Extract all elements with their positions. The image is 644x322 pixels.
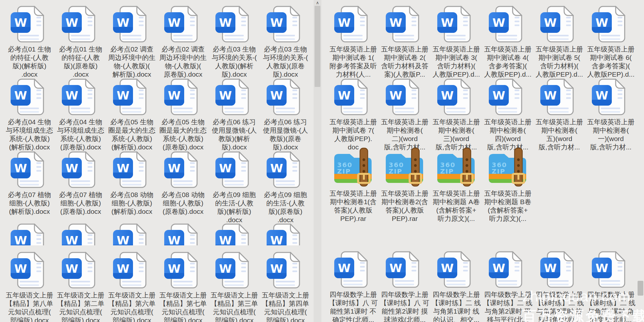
- file-tile[interactable]: W 五年级英语上册期中测试卷 6(含参考答案)(人教版PEP).d...: [585, 4, 637, 79]
- file-tile[interactable]: W 必考点05 生物圈是最大的生态系统-(人教版)(解析版).docx: [106, 77, 157, 151]
- file-tile[interactable]: W 五年级英语上册期中测试卷 7(人教版PEP).doc: [327, 77, 379, 151]
- file-tile[interactable]: W 必考点08 动物细胞-(人教版)(原卷版).docx: [157, 149, 209, 224]
- file-name-line: 必考点04 生物: [6, 118, 53, 126]
- word-document-icon: W: [266, 151, 305, 189]
- file-tile[interactable]: W 五年级语文上册【精品】第四单元知识点梳理(部编版).docx: [260, 250, 311, 322]
- file-tile[interactable]: W 五年级英语上册期中测试卷 3(含听力材料)(人教版PEP).d...: [431, 4, 482, 79]
- file-tile[interactable]: W 必考点04 生物与环境组成生态系统-(人教版)(解析版).docx: [4, 77, 55, 151]
- file-tile[interactable]: W 五年级语文上册【精品】第七单元知识点梳理(部编版).docx: [157, 250, 209, 322]
- word-document-icon: W: [112, 78, 152, 116]
- file-tile[interactable]: W 五年级英语上册期中检测卷(一)(word版,含听力材...: [585, 77, 637, 151]
- file-name-label: 必考点02 调查周边环境中的生物-(人教版)(解析版).docx: [108, 45, 156, 79]
- file-tile[interactable]: W 五年级英语上册期中测试卷 2(含听力材料及答案)(人教版P...: [379, 4, 431, 79]
- file-tile-partial[interactable]: W: [260, 222, 311, 245]
- file-tile[interactable]: W 四年级数学上册【课时练】八 可能性第1课时 不确定性(北师...: [327, 249, 379, 322]
- file-tile[interactable]: W 五年级英语上册期中检测卷(三)(word版,含听力材...: [431, 77, 482, 151]
- file-tile[interactable]: W 四年级数学上册【课时练】二 线与角第4课时 角的度量(北师...: [585, 249, 637, 322]
- file-tile[interactable]: W 必考点08 动物细胞-(人教版)(解析版).docx: [106, 149, 157, 224]
- file-tile[interactable]: 360 ZIP 五年级英语上册期中检测卷2(含答案)(人教版PEP).rar: [379, 146, 431, 223]
- file-tile[interactable]: W 必考点02 调查周边环境中的生物-(人教版)(解析版).docx: [106, 4, 157, 79]
- svg-text:ZIP: ZIP: [440, 167, 454, 175]
- file-name-line: 教版)(原卷: [263, 135, 308, 143]
- svg-text:W: W: [117, 234, 129, 245]
- file-tile[interactable]: W 五年级语文上册【精品】第六单元知识点梳理(部编版).docx: [106, 250, 157, 322]
- svg-text:W: W: [65, 16, 78, 29]
- file-name-label: 必考点03 生物与环境的关系-(人教版)(解析版).docx: [212, 45, 257, 79]
- svg-text:W: W: [338, 16, 351, 29]
- file-name-label: 必考点09 细胞的生活-(人教版)(解析版).docx: [213, 191, 256, 224]
- file-name-line: 五年级英语上册: [381, 45, 429, 53]
- file-name-line: 人教版)(原卷: [263, 62, 308, 70]
- file-tile[interactable]: W 五年级英语上册期中检测卷(四)(word版,含听力材...: [482, 77, 534, 151]
- file-name-line: PEP).rar: [330, 214, 377, 223]
- file-tile-partial[interactable]: W: [55, 222, 106, 245]
- file-tile[interactable]: W 必考点03 生物与环境的关系-(人教版)(解析版).docx: [209, 4, 260, 79]
- zip-archive-icon: 360 ZIP: [486, 147, 529, 187]
- file-tile-partial[interactable]: W: [157, 222, 209, 245]
- file-name-line: 五年级英语上册: [433, 118, 480, 126]
- svg-text:W: W: [544, 16, 557, 29]
- file-tile[interactable]: W 必考点01 生物的特征-(人教版)(原卷版).docx: [55, 4, 106, 79]
- file-name-line: 期中测试卷 6(: [587, 53, 634, 62]
- file-tile[interactable]: W 五年级英语上册期中测试卷 5(含听力材料)(人教版PEP).d...: [534, 4, 585, 79]
- file-tile[interactable]: W 四年级数学上册【课时练】八 可能性第2课时 摸球游戏(北师...: [379, 249, 431, 322]
- file-tile[interactable]: W 必考点07 植物细胞-(人教版)(解析版).docx: [4, 149, 55, 224]
- file-tile[interactable]: W 必考点01 生物的特征-(人教版)(解析版).docx: [4, 4, 55, 79]
- file-name-line: 二)(word: [381, 135, 429, 143]
- word-document-icon: W: [61, 151, 100, 189]
- word-document-icon: W: [266, 78, 305, 116]
- file-tile[interactable]: W 必考点05 生物圈是最大的生态系统-(人教版)(原卷版).docx: [157, 77, 209, 151]
- zip-archive-icon: 360 ZIP: [435, 147, 478, 187]
- word-document-icon: W: [488, 251, 527, 289]
- file-name-line: (原卷版).docx: [59, 207, 102, 216]
- file-name-line: 细胞-(人教版): [110, 199, 153, 207]
- svg-text:W: W: [168, 89, 181, 102]
- file-tile[interactable]: W 必考点03 生物与环境的关系-(人教版)(原卷版).docx: [260, 4, 311, 79]
- file-name-line: 附参考答案及听: [330, 62, 377, 70]
- file-tile[interactable]: W 五年级英语上册期中检测卷(五)(word版,含听力材...: [534, 77, 585, 151]
- file-tile-partial[interactable]: W: [209, 222, 260, 245]
- file-name-line: 元知识点梳理(: [159, 308, 207, 316]
- file-tile[interactable]: W 五年级语文上册【精品】第二单元知识点梳理(部编版).docx: [55, 250, 106, 322]
- right-panel-scrollbar-thumb[interactable]: [638, 281, 643, 296]
- scrollbar-thumb[interactable]: [315, 6, 320, 87]
- file-tile[interactable]: W 四年级数学上册【课时练】二 线与角第1课时 线的认识、相交...: [431, 249, 482, 322]
- file-row: W 必考点01 生物的特征-(人教版)(解析版).docx W 必考点01 生物…: [4, 4, 311, 79]
- scrollbar-up-arrow-icon[interactable]: ∧: [314, 0, 321, 6]
- file-name-line: 必考点09 细胞: [213, 191, 256, 199]
- file-tile[interactable]: W 必考点06 练习使用显微镜-(人教版)(原卷版).docx: [260, 77, 311, 151]
- file-tile[interactable]: W 五年级英语上册期中测试卷 4(含参考答案)(人教版PEP).d...: [482, 4, 534, 79]
- word-document-icon: W: [10, 251, 49, 289]
- file-tile[interactable]: W 必考点07 植物细胞-(人教版)(原卷版).docx: [55, 149, 106, 224]
- file-tile[interactable]: W 五年级语文上册【精品】第三单元知识点梳理(部编版).docx: [209, 250, 260, 322]
- file-tile[interactable]: W 五年级英语上册期中检测卷(二)(word版,含听力材...: [379, 77, 431, 151]
- file-name-line: 五年级语文上册: [262, 291, 309, 299]
- file-tile[interactable]: W 必考点06 练习使用显微镜-(人教版)(解析版).docx: [209, 77, 260, 151]
- file-name-label: 必考点08 动物细胞-(人教版)(解析版).docx: [110, 191, 153, 216]
- svg-text:W: W: [441, 261, 454, 275]
- svg-text:ZIP: ZIP: [492, 167, 506, 175]
- file-tile[interactable]: W 五年级语文上册【精品】第八单元知识点梳理(部编版).docx: [4, 250, 55, 322]
- svg-text:W: W: [492, 261, 505, 275]
- file-tile[interactable]: W 必考点04 生物与环境组成生态系统-(人教版)(原卷版).docx: [55, 77, 106, 151]
- file-tile[interactable]: W 五年级英语上册期中测试卷 1(附参考答案及听力材料(人...: [327, 4, 379, 79]
- file-tile[interactable]: W 四年级数学上册【课时练】二 线与角第2课时 平移与平行(北...: [482, 249, 534, 322]
- file-tile-partial[interactable]: W: [4, 222, 55, 245]
- file-name-line: 的生活-(人教: [213, 199, 256, 207]
- file-row: W 必考点07 植物细胞-(人教版)(解析版).docx W 必考点07 植物细…: [4, 149, 311, 224]
- file-name-line: 期中测试卷 1(: [330, 53, 377, 62]
- svg-text:W: W: [168, 162, 181, 175]
- file-tile[interactable]: 360 ZIP 五年级英语上册期中检测题 A卷(含解析答案+听力原文)(...: [431, 146, 482, 223]
- file-tile[interactable]: W 必考点09 细胞的生活-(人教版)(解析版).docx: [209, 149, 260, 224]
- file-tile[interactable]: 360 ZIP 五年级英语上册期中检测卷1(含答案)(人教版PEP).rar: [327, 146, 379, 223]
- file-tile[interactable]: 360 ZIP 五年级英语上册期中检测题 B卷(含解析答案+听力原文)(...: [482, 146, 534, 223]
- file-name-line: 转与角(北师...: [535, 316, 584, 322]
- svg-text:W: W: [389, 16, 402, 29]
- file-tile[interactable]: W 必考点09 细胞的生活-(人教版)(原卷版).docx: [260, 149, 311, 224]
- file-name-line: 四)(word: [484, 135, 532, 143]
- file-tile[interactable]: W 四年级数学上册【课时练】二 线与角第3课时 旋转与角(北师...: [534, 249, 585, 322]
- file-tile-partial[interactable]: W: [106, 222, 157, 245]
- left-panel-scrollbar[interactable]: ∧: [314, 0, 321, 322]
- file-name-line: 与角第1课时 线: [432, 307, 481, 316]
- file-tile[interactable]: W 必考点02 调查周边环境中的生物-(人教版)(原卷版).docx: [157, 4, 209, 79]
